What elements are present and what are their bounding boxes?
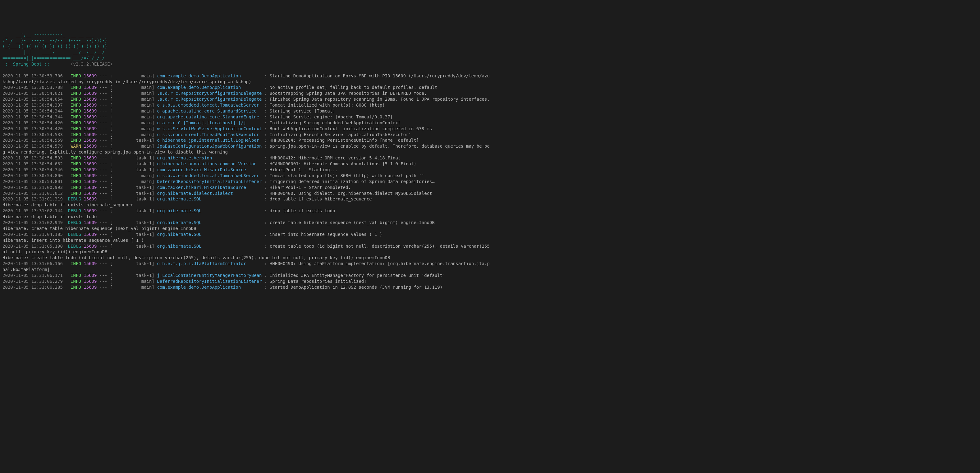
log-separator: --- (99, 244, 107, 248)
log-separator: --- (99, 85, 107, 90)
log-level: INFO (68, 103, 81, 108)
log-separator: --- (99, 273, 107, 278)
log-separator: --- (99, 167, 107, 172)
log-pid: 15609 (84, 179, 97, 184)
log-thread: [ task-1] (110, 185, 154, 190)
log-line: 2020-11-05 13:31:01.319 DEBUG 15609 --- … (3, 196, 977, 202)
log-line: 2020-11-05 13:30:54.337 INFO 15609 --- [… (3, 102, 977, 108)
log-line: 2020-11-05 13:30:54.420 INFO 15609 --- [… (3, 126, 977, 132)
log-thread: [ main] (110, 143, 154, 148)
log-line: 2020-11-05 13:31:05.190 DEBUG 15609 --- … (3, 243, 977, 249)
log-separator: --- (99, 196, 107, 201)
log-line: 2020-11-05 13:30:54.344 INFO 15609 --- [… (3, 114, 977, 120)
log-separator: --- (99, 97, 107, 102)
log-timestamp: 2020-11-05 13:31:02.144 (3, 208, 63, 213)
log-wrap-text: ot null, primary key (id)) engine=InnoDB (3, 249, 107, 254)
log-timestamp: 2020-11-05 13:30:54.344 (3, 108, 63, 113)
log-colon: : (264, 179, 267, 184)
log-thread: [ main] (110, 179, 154, 184)
log-colon: : (264, 196, 267, 201)
log-message: Bootstrapping Spring Data JPA repositori… (270, 91, 427, 96)
log-colon: : (264, 155, 267, 160)
log-logger: .s.d.r.c.RepositoryConfigurationDelegate (157, 97, 262, 102)
log-colon: : (264, 208, 267, 213)
log-line: 2020-11-05 13:30:54.021 INFO 15609 --- [… (3, 91, 977, 96)
log-level: INFO (68, 120, 81, 125)
log-message: Initializing ExecutorService 'applicatio… (270, 132, 411, 137)
log-timestamp: 2020-11-05 13:30:54.533 (3, 132, 63, 137)
log-pid: 15609 (84, 97, 97, 102)
log-pid: 15609 (84, 108, 97, 113)
log-line: 2020-11-05 13:30:54.533 INFO 15609 --- [… (3, 132, 977, 138)
log-message: Tomcat started on port(s): 8080 (http) w… (270, 173, 424, 178)
log-colon: : (264, 120, 267, 125)
log-line: 2020-11-05 13:31:04.185 DEBUG 15609 --- … (3, 231, 977, 237)
log-thread: [ task-1] (110, 261, 154, 266)
log-thread: [ main] (110, 132, 154, 137)
log-separator: --- (99, 185, 107, 190)
log-message: Starting Servlet engine: [Apache Tomcat/… (270, 115, 393, 119)
log-thread: [ main] (110, 285, 154, 290)
log-timestamp: 2020-11-05 13:30:54.344 (3, 115, 63, 119)
log-message: Starting service [Tomcat] (270, 108, 335, 113)
log-separator: --- (99, 138, 107, 143)
log-separator: --- (99, 279, 107, 284)
log-logger: org.apache.catalina.core.StandardEngine (157, 115, 262, 119)
log-pid: 15609 (84, 138, 97, 143)
log-wrap-text: Hibernate: create table hibernate_sequen… (3, 226, 196, 231)
log-colon: : (264, 108, 267, 113)
log-timestamp: 2020-11-05 13:30:54.593 (3, 155, 63, 160)
log-logger: j.LocalContainerEntityManagerFactoryBean (157, 273, 262, 278)
log-line: Hibernate: drop table if exists hibernat… (3, 202, 977, 208)
log-colon: : (264, 285, 267, 290)
log-colon: : (264, 132, 267, 137)
log-timestamp: 2020-11-05 13:31:04.185 (3, 232, 63, 237)
log-pid: 15609 (84, 143, 97, 148)
log-logger: o.hibernate.annotations.common.Version (157, 161, 262, 166)
log-pid: 15609 (84, 167, 97, 172)
log-line: 2020-11-05 13:30:54.559 INFO 15609 --- [… (3, 137, 977, 143)
log-separator: --- (99, 191, 107, 196)
log-level: INFO (68, 132, 81, 137)
log-thread: [ task-1] (110, 191, 154, 196)
log-message: Initialized JPA EntityManagerFactory for… (270, 273, 445, 278)
log-thread: [ main] (110, 85, 154, 90)
log-colon: : (264, 115, 267, 119)
terminal-output: _ __',__ -----------_ __ __ ___ :'_/ __)… (3, 26, 977, 296)
log-line: 2020-11-05 13:30:53.706 INFO 15609 --- [… (3, 73, 977, 79)
log-thread: [ main] (110, 108, 154, 113)
log-thread: [ task-1] (110, 161, 154, 166)
log-pid: 15609 (84, 155, 97, 160)
log-colon: : (264, 279, 267, 284)
log-line: 2020-11-05 13:30:54.593 INFO 15609 --- [… (3, 155, 977, 161)
log-line: Hibernate: create table hibernate_sequen… (3, 226, 977, 231)
log-thread: [ task-1] (110, 232, 154, 237)
log-pid: 15609 (84, 161, 97, 166)
log-line: 2020-11-05 13:30:54.801 INFO 15609 --- [… (3, 179, 977, 185)
log-colon: : (264, 167, 267, 172)
log-timestamp: 2020-11-05 13:31:01.012 (3, 191, 63, 196)
log-line: 2020-11-05 13:30:54.800 INFO 15609 --- [… (3, 173, 977, 179)
log-level: INFO (68, 279, 81, 284)
log-logger: com.example.demo.DemoApplication (157, 73, 262, 78)
log-thread: [ main] (110, 115, 154, 119)
log-logger: org.hibernate.SQL (157, 196, 262, 201)
log-message: Spring Data repositories initialized! (270, 279, 367, 284)
log-line: 2020-11-05 13:30:54.579 WARN 15609 --- [… (3, 143, 977, 149)
log-level: INFO (68, 91, 81, 96)
log-pid: 15609 (84, 220, 97, 225)
log-body: 2020-11-05 13:30:53.706 INFO 15609 --- [… (3, 73, 977, 290)
log-pid: 15609 (84, 103, 97, 108)
log-message: drop table if exists todo (270, 208, 335, 213)
log-level: DEBUG (68, 232, 81, 237)
log-line: nal.NoJtaPlatform] (3, 267, 977, 272)
log-colon: : (264, 91, 267, 96)
log-level: DEBUG (68, 208, 81, 213)
log-colon: : (264, 244, 267, 248)
log-logger: com.example.demo.DemoApplication (157, 85, 262, 90)
log-separator: --- (99, 220, 107, 225)
log-line: 2020-11-05 13:30:53.708 INFO 15609 --- [… (3, 84, 977, 91)
log-thread: [ main] (110, 91, 154, 96)
log-thread: [ task-1] (110, 208, 154, 213)
log-logger: org.hibernate.SQL (157, 232, 262, 237)
